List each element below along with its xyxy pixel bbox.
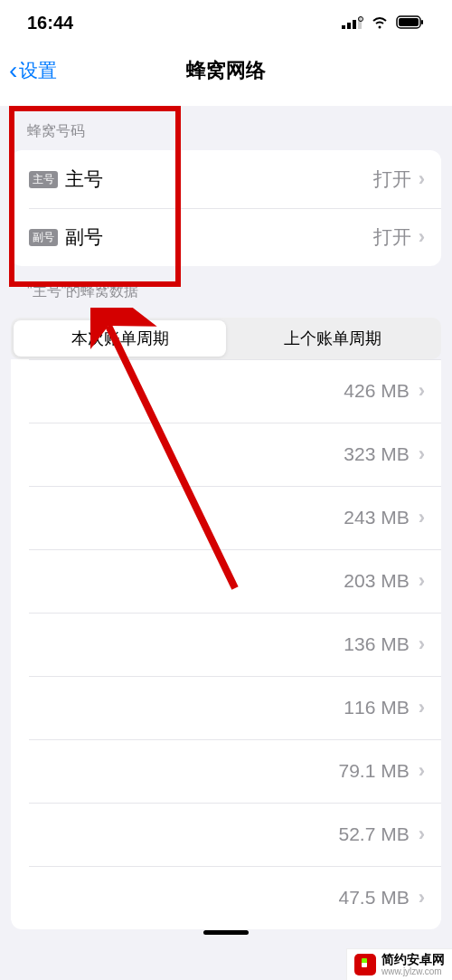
sim-badge: 主号 [29,171,58,188]
chevron-right-icon: › [419,506,425,529]
usage-row[interactable]: 52.7 MB › [11,803,441,866]
usage-value: 323 MB [344,443,409,465]
usage-row[interactable]: 136 MB › [11,613,441,676]
watermark-url: www.jylzw.com [381,966,445,976]
usage-row[interactable]: 243 MB › [11,486,441,549]
usage-value: 47.5 MB [338,887,409,909]
sim-label: 副号 [65,224,373,250]
sim-list: 主号 主号 打开 › 副号 副号 打开 › [11,150,441,266]
sim-badge: 副号 [29,229,58,246]
chevron-right-icon: › [419,696,425,719]
sim-primary[interactable]: 主号 主号 打开 › [11,150,441,208]
usage-value: 52.7 MB [338,823,409,845]
chevron-right-icon: › [419,167,425,191]
svg-rect-7 [421,20,423,24]
usage-row[interactable]: 426 MB › [11,359,441,423]
usage-row[interactable]: 47.5 MB › [11,866,441,929]
tab-current-cycle[interactable]: 本次账单周期 [14,320,226,357]
svg-rect-1 [347,23,351,29]
chevron-right-icon: › [419,442,425,466]
sim-status: 打开 [373,224,411,250]
section-header-data: "主号"的蜂窝数据 [0,266,452,310]
section-header-sim: 蜂窝号码 [0,106,452,150]
chevron-right-icon: › [419,886,425,909]
back-label: 设置 [19,58,57,83]
signal-icon [342,13,363,33]
usage-value: 136 MB [344,633,409,655]
home-indicator [203,930,249,935]
usage-row[interactable]: 116 MB › [11,676,441,739]
battery-icon [396,13,425,33]
usage-value: 243 MB [344,507,409,528]
usage-value: 116 MB [344,697,409,718]
billing-tabs: 本次账单周期 上个账单周期 [11,318,441,359]
status-icons [342,13,425,33]
usage-value: 79.1 MB [338,760,409,782]
usage-row[interactable]: 79.1 MB › [11,739,441,803]
wifi-icon [371,13,389,33]
tab-previous-cycle[interactable]: 上个账单周期 [226,320,438,357]
chevron-right-icon: › [419,759,425,783]
sim-secondary[interactable]: 副号 副号 打开 › [11,208,441,266]
chevron-right-icon: › [419,633,425,656]
status-bar: 16:44 [0,0,452,45]
svg-rect-2 [353,20,356,29]
back-button[interactable]: ‹ 设置 [0,56,57,85]
watermark-icon [354,954,376,975]
chevron-left-icon: ‹ [9,56,17,85]
nav-bar: ‹ 设置 蜂窝网络 [0,45,452,95]
chevron-right-icon: › [419,225,425,249]
usage-value: 426 MB [344,380,409,402]
status-time: 16:44 [27,13,73,33]
usage-list: 426 MB › 323 MB › 243 MB › 203 MB › 136 … [11,359,441,929]
sim-label: 主号 [65,167,373,192]
watermark: 简约安卓网 www.jylzw.com [346,948,452,980]
svg-rect-6 [399,18,419,26]
page-title: 蜂窝网络 [186,57,266,84]
sim-status: 打开 [373,167,411,192]
chevron-right-icon: › [419,569,425,593]
chevron-right-icon: › [419,823,425,846]
chevron-right-icon: › [419,379,425,403]
usage-value: 203 MB [344,570,409,592]
usage-row[interactable]: 323 MB › [11,423,441,486]
svg-rect-0 [342,25,345,29]
usage-row[interactable]: 203 MB › [11,549,441,613]
watermark-title: 简约安卓网 [381,953,445,966]
